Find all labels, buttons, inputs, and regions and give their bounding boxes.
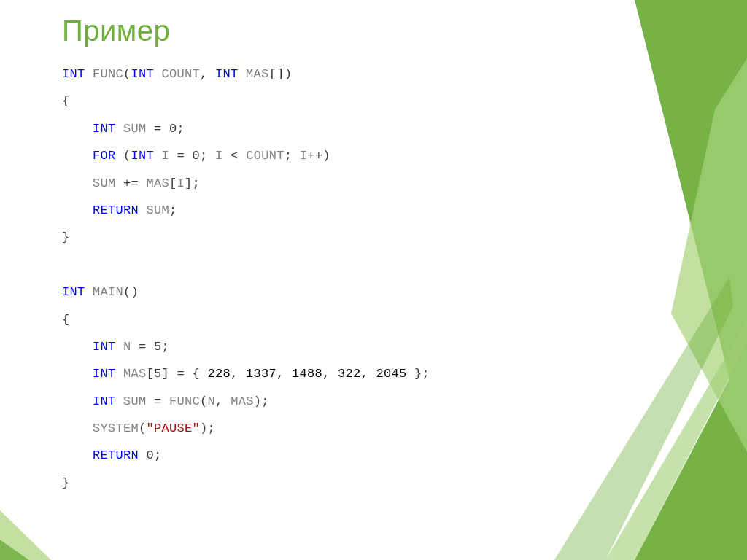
code-token: []) xyxy=(269,67,293,81)
code-token: sum xyxy=(116,122,147,136)
code-token: int xyxy=(131,149,155,163)
code-token: for xyxy=(93,149,116,163)
code-token: count xyxy=(154,67,200,81)
code-token: ++) xyxy=(307,149,330,163)
code-token: int xyxy=(62,285,85,299)
code-token: () xyxy=(123,285,139,299)
code-token: i xyxy=(215,149,223,163)
code-token: ( xyxy=(200,394,208,408)
code-indent xyxy=(62,122,93,136)
code-token: int xyxy=(93,340,116,354)
code-token: N xyxy=(208,394,216,408)
code-token: mas xyxy=(231,394,254,408)
code-indent xyxy=(62,176,93,190)
code-token: N xyxy=(116,340,131,354)
code-blank xyxy=(62,258,70,272)
code-indent xyxy=(62,203,93,217)
code-token: sum xyxy=(147,203,170,217)
code-token: mas xyxy=(239,67,269,81)
code-token: = xyxy=(147,394,170,408)
code-token: count xyxy=(246,149,285,163)
code-token: func xyxy=(169,394,200,408)
code-token: = 0; xyxy=(169,149,215,163)
code-indent xyxy=(62,421,93,435)
code-token: int xyxy=(215,67,239,81)
code-token: 228, 1337, 1488, 322, 2045 xyxy=(208,367,407,381)
code-token: { xyxy=(62,313,70,327)
code-token xyxy=(139,203,147,217)
code-indent xyxy=(62,367,93,381)
svg-marker-5 xyxy=(0,510,51,560)
code-token: ( xyxy=(139,421,147,435)
code-token: ( xyxy=(123,67,131,81)
code-token: [5] = { xyxy=(147,367,208,381)
code-token: i xyxy=(177,176,185,190)
code-token: 0; xyxy=(139,448,162,462)
code-token: return xyxy=(93,203,139,217)
code-token: ); xyxy=(200,421,215,435)
code-token: < xyxy=(223,149,247,163)
code-token: ; xyxy=(169,203,177,217)
code-token: int xyxy=(93,367,116,381)
code-token: sum xyxy=(93,176,116,190)
code-indent xyxy=(62,340,93,354)
code-token: i xyxy=(154,149,169,163)
code-indent xyxy=(62,448,93,462)
slide-title: Пример xyxy=(62,15,659,47)
code-token: int xyxy=(131,67,155,81)
code-token: mas xyxy=(147,176,170,190)
code-indent xyxy=(62,394,93,408)
code-token: ); xyxy=(254,394,269,408)
code-token: } xyxy=(62,476,70,490)
code-token: int xyxy=(93,394,116,408)
code-token: { xyxy=(62,94,70,108)
code-token: "pause" xyxy=(147,421,201,435)
code-token: main xyxy=(85,285,124,299)
code-token: += xyxy=(116,176,147,190)
code-token: mas xyxy=(116,367,147,381)
code-token: ( xyxy=(116,149,131,163)
code-token: int xyxy=(62,67,85,81)
svg-marker-1 xyxy=(671,58,747,452)
code-block: int func(int count, int mas[]) { int sum… xyxy=(62,61,659,497)
code-token: system xyxy=(93,421,139,435)
code-token: func xyxy=(85,67,124,81)
code-token: [ xyxy=(169,176,177,190)
code-token: ; xyxy=(285,149,300,163)
code-token: = 0; xyxy=(147,122,185,136)
code-token: , xyxy=(215,394,231,408)
code-token: int xyxy=(93,122,116,136)
code-token: }; xyxy=(407,367,430,381)
code-token: = 5; xyxy=(131,340,170,354)
code-token: ]; xyxy=(185,176,200,190)
code-token: } xyxy=(62,230,70,244)
svg-marker-4 xyxy=(0,540,29,560)
code-token: return xyxy=(93,448,139,462)
slide: Пример int func(int count, int mas[]) { … xyxy=(0,0,747,560)
code-token: i xyxy=(300,149,308,163)
code-indent xyxy=(62,149,93,163)
code-token: sum xyxy=(116,394,147,408)
code-token: , xyxy=(200,67,215,81)
slide-content: Пример int func(int count, int mas[]) { … xyxy=(62,15,659,497)
